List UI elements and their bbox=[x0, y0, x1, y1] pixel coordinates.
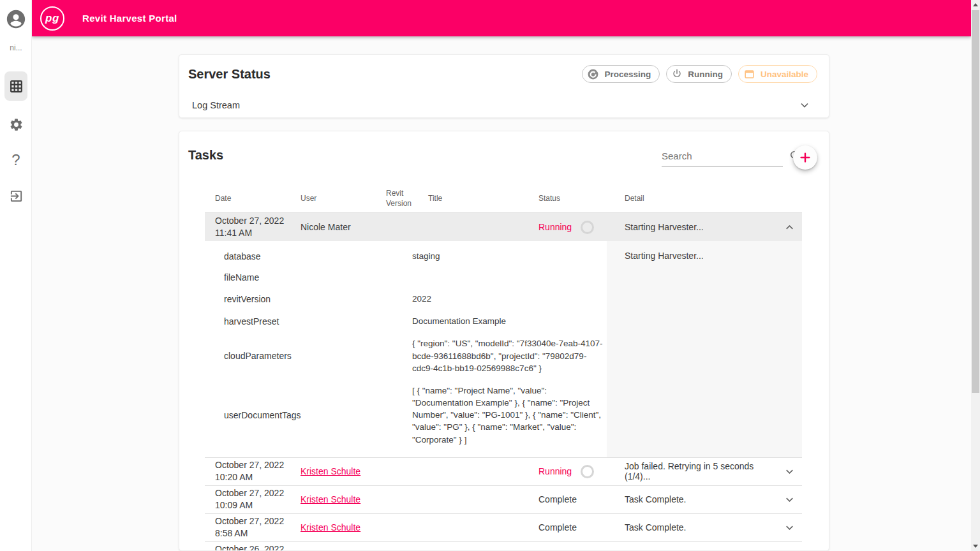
table-row[interactable]: October 27, 2022 10:09 AM Kristen Schult… bbox=[205, 486, 802, 514]
server-status-card: Server Status Processing bbox=[179, 54, 829, 118]
search-input[interactable] bbox=[662, 151, 789, 161]
expand-row-button[interactable] bbox=[776, 494, 802, 506]
chevron-up-icon bbox=[783, 221, 796, 233]
col-status: Status bbox=[528, 194, 614, 204]
table-row[interactable]: October 27, 2022 10:20 AM Kristen Schult… bbox=[205, 458, 802, 486]
power-icon bbox=[671, 68, 683, 80]
chevron-down-icon bbox=[783, 522, 796, 534]
col-revit-version: Revit Version bbox=[376, 189, 418, 209]
sidebar: ni... ? bbox=[0, 0, 32, 551]
page-scrollbar[interactable] bbox=[971, 0, 980, 551]
question-mark-icon: ? bbox=[11, 151, 20, 169]
refresh-disc-icon bbox=[587, 68, 599, 80]
user-link[interactable]: Kristen Schulte bbox=[301, 466, 360, 476]
processing-chip[interactable]: Processing bbox=[582, 65, 660, 83]
search-field bbox=[662, 149, 783, 166]
col-user: User bbox=[290, 194, 376, 204]
collapse-row-button[interactable] bbox=[776, 221, 802, 233]
row-status: Complete bbox=[538, 522, 577, 533]
grid-icon bbox=[8, 78, 24, 94]
chip-label: Unavailable bbox=[761, 70, 808, 79]
scroll-up-arrow-icon[interactable] bbox=[973, 3, 978, 6]
detail-field: harvestPreset Documentation Example bbox=[205, 310, 607, 332]
chevron-down-icon bbox=[783, 466, 796, 478]
brand-logo: pg bbox=[40, 6, 64, 31]
col-title: Title bbox=[418, 194, 528, 204]
chevron-down-icon bbox=[798, 99, 811, 112]
row-status: Running bbox=[538, 466, 572, 476]
unavailable-chip[interactable]: Unavailable bbox=[738, 65, 817, 83]
detail-field: database staging bbox=[205, 245, 607, 267]
row-status: Running bbox=[538, 222, 572, 232]
user-link[interactable]: Kristen Schulte bbox=[301, 522, 360, 533]
col-date: Date bbox=[205, 194, 290, 204]
user-avatar-icon[interactable] bbox=[5, 8, 27, 30]
chip-label: Running bbox=[688, 70, 723, 79]
detail-field: fileName bbox=[205, 267, 607, 288]
tasks-table: Date User Revit Version Title Status Det… bbox=[205, 186, 802, 551]
tasks-title: Tasks bbox=[188, 148, 223, 163]
main-content: Server Status Processing bbox=[32, 36, 971, 551]
progress-spinner-icon bbox=[581, 221, 594, 234]
server-status-chips: Processing Running bbox=[582, 65, 817, 83]
row-status: Complete bbox=[538, 494, 577, 504]
row-date: October 27, 2022 bbox=[215, 215, 290, 227]
expand-row-button[interactable] bbox=[776, 522, 802, 534]
row-detail: Task Complete. bbox=[614, 522, 776, 533]
sidebar-username: ni... bbox=[0, 43, 32, 52]
sidebar-item-help[interactable]: ? bbox=[4, 145, 27, 175]
add-task-button[interactable] bbox=[793, 145, 817, 170]
task-log-text: Starting Harvester... bbox=[625, 251, 704, 261]
detail-field: userDocumentTags [ { "name": "Project Na… bbox=[205, 379, 607, 451]
detail-field: revitVersion 2022 bbox=[205, 288, 607, 310]
sidebar-item-settings[interactable] bbox=[4, 110, 27, 139]
table-header-row: Date User Revit Version Title Status Det… bbox=[205, 186, 802, 213]
app-title: Revit Harvest Portal bbox=[82, 13, 177, 24]
app-header: pg Revit Harvest Portal bbox=[32, 0, 971, 36]
sidebar-item-logout[interactable] bbox=[4, 181, 27, 210]
web-asset-icon bbox=[743, 68, 755, 80]
tasks-card: Tasks Date User Revi bbox=[179, 131, 829, 551]
server-status-title: Server Status bbox=[188, 67, 271, 82]
scrollbar-thumb[interactable] bbox=[972, 10, 979, 393]
gear-icon bbox=[9, 117, 24, 132]
table-row[interactable]: October 26, 2022 11:38 AM Kristen Schult… bbox=[205, 542, 802, 551]
sidebar-item-tasks[interactable] bbox=[4, 71, 27, 101]
task-detail-panel: database staging fileName revitVersion 2… bbox=[205, 241, 802, 458]
scroll-down-arrow-icon[interactable] bbox=[973, 545, 978, 548]
chip-label: Processing bbox=[604, 70, 651, 79]
logout-icon bbox=[9, 189, 24, 203]
plus-icon bbox=[798, 151, 812, 165]
running-chip[interactable]: Running bbox=[666, 65, 732, 83]
log-stream-label: Log Stream bbox=[192, 100, 240, 110]
log-stream-accordion[interactable]: Log Stream bbox=[179, 93, 829, 117]
expand-row-button[interactable] bbox=[776, 466, 802, 478]
chevron-down-icon bbox=[783, 494, 796, 506]
task-log-panel: Starting Harvester... bbox=[607, 241, 802, 457]
row-user: Nicole Mater bbox=[290, 222, 376, 232]
row-detail: Job failed. Retrying in 5 seconds (1/4).… bbox=[614, 461, 776, 481]
progress-spinner-icon bbox=[581, 465, 594, 478]
table-row[interactable]: October 27, 2022 8:58 AM Kristen Schulte… bbox=[205, 514, 802, 542]
user-link[interactable]: Kristen Schulte bbox=[301, 494, 360, 504]
detail-field: cloudParameters { "region": "US", "model… bbox=[205, 332, 607, 379]
table-row[interactable]: October 27, 2022 11:41 AM Nicole Mater R… bbox=[205, 213, 802, 241]
row-time: 11:41 AM bbox=[215, 227, 290, 239]
row-detail: Task Complete. bbox=[614, 494, 776, 504]
row-detail: Starting Harvester... bbox=[614, 222, 776, 232]
col-detail: Detail bbox=[614, 194, 776, 204]
